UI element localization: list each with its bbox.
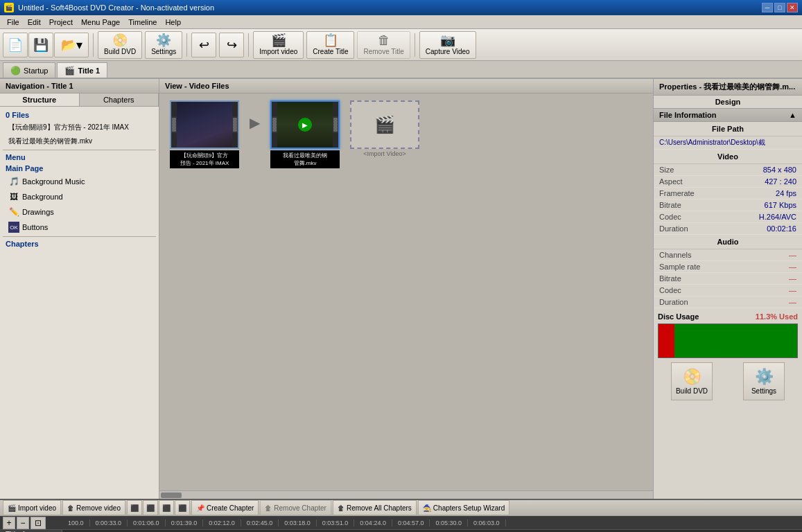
- nav-file-2[interactable]: 我看过最唯美的钢管舞.mkv: [3, 134, 156, 148]
- file-info-section: File Information ▲: [654, 109, 802, 122]
- nav-chapters-header[interactable]: Chapters: [3, 238, 156, 249]
- startup-tab-label: Startup: [24, 66, 48, 75]
- tl-chapter-btn-3[interactable]: ⬛: [159, 500, 174, 515]
- film-strip-right-2: [333, 116, 338, 133]
- ruler-item-0: 100.0: [62, 520, 90, 526]
- properties-content: File Information ▲ File Path C:\Users\Ad…: [654, 109, 802, 499]
- tl-create-chapter-icon: 📌: [196, 504, 204, 512]
- music-icon: 🎵: [8, 176, 19, 187]
- left-panel: Navigation - Title 1 Structure Chapters …: [0, 79, 159, 499]
- nav-tab-structure[interactable]: Structure: [0, 94, 80, 106]
- settings-button[interactable]: ⚙️ Settings: [145, 31, 182, 59]
- main-layout: Navigation - Title 1 Structure Chapters …: [0, 79, 802, 499]
- ruler-item-11: 0:06:03.0: [468, 520, 506, 526]
- nav-bg-music[interactable]: 🎵 Background Music: [3, 174, 156, 189]
- import-video-box[interactable]: 🎬: [350, 100, 419, 149]
- video-thumb-box-1[interactable]: [170, 100, 239, 149]
- tl-remove-all-icon: 🗑: [338, 504, 345, 512]
- import-video-button[interactable]: 🎬 Import video: [253, 31, 304, 59]
- props-tab-design[interactable]: Design: [654, 96, 802, 108]
- tl-chapter-btn-4[interactable]: ⬛: [175, 500, 190, 515]
- tl-chapter-btn-1[interactable]: ⬛: [127, 500, 142, 515]
- toolbar-separator-2: [186, 33, 187, 57]
- disc-bar-free: [674, 324, 797, 357]
- tl-remove-chapter-icon: 🗑: [265, 504, 272, 512]
- navigation-tabs: Structure Chapters: [0, 94, 159, 107]
- zoom-in-button[interactable]: +: [3, 517, 15, 529]
- build-dvd-button[interactable]: 📀 Build DVD: [98, 31, 142, 59]
- film-strip-left-1: [171, 116, 177, 133]
- ruler-item-9: 0:04:57.0: [392, 520, 430, 526]
- disc-build-dvd-button[interactable]: 📀 Build DVD: [671, 362, 713, 400]
- nav-background[interactable]: 🖼 Background: [3, 189, 156, 204]
- disc-bar: [658, 323, 798, 358]
- ruler-item-8: 0:04:24.0: [354, 520, 392, 526]
- zoom-out-button[interactable]: −: [17, 517, 29, 529]
- ruler-item-3: 0:01:39.0: [166, 520, 204, 526]
- nav-tab-chapters[interactable]: Chapters: [80, 94, 159, 106]
- menu-edit[interactable]: Edit: [24, 17, 45, 28]
- tl-chapters-wizard-button[interactable]: 🧙 Chapters Setup Wizard: [418, 500, 509, 515]
- menu-file[interactable]: File: [3, 17, 24, 28]
- tab-bar: 🟢 Startup 🎬 Title 1: [0, 61, 802, 79]
- tl-remove-video-button[interactable]: 🗑 Remove video: [62, 500, 125, 515]
- film-hole: [333, 129, 338, 132]
- video-label-2: 我看过最唯美的钢 管舞.mkv: [270, 150, 340, 168]
- timeline-ruler: 100.0 0:00:33.0 0:01:06.0 0:01:39.0 0:02…: [62, 516, 802, 530]
- import-video-area[interactable]: 🎬 <Import Video>: [350, 100, 419, 157]
- menu-timeline[interactable]: Timeline: [124, 17, 161, 28]
- nav-mainpage-header[interactable]: Main Page: [3, 163, 156, 174]
- undo-button[interactable]: ↩: [191, 33, 216, 57]
- redo-button[interactable]: ↪: [219, 33, 244, 57]
- tab-title1[interactable]: 🎬 Title 1: [57, 62, 107, 78]
- codec-row: Codec H.264/AVC: [654, 211, 802, 223]
- nav-files-header[interactable]: 0 Files: [3, 109, 156, 121]
- duration-row: Duration 00:02:16: [654, 223, 802, 235]
- timeline-toolbar: 🎬 Import video 🗑 Remove video ⬛ ⬛ ⬛ ⬛ 📌 …: [0, 500, 802, 516]
- scrollbar-thumb[interactable]: [161, 493, 182, 498]
- create-title-button[interactable]: 📋 Create Title: [306, 31, 354, 59]
- tl-remove-all-chapters-button[interactable]: 🗑 Remove All Chapters: [333, 500, 417, 515]
- video-thumb-box-2[interactable]: ▶: [270, 100, 340, 149]
- nav-file-1[interactable]: 【玩命關頭9】官方預告 - 2021年 IMAX: [3, 121, 156, 134]
- horizontal-scrollbar[interactable]: [159, 490, 653, 499]
- tl-create-chapter-button[interactable]: 📌 Create Chapter: [191, 500, 259, 515]
- timeline-body: + − ⊡ Title 1 100.0 0:00:33.0 0:01:06.0 …: [0, 516, 802, 532]
- title-bar: 🎬 Untitled - Soft4Boost DVD Creator - No…: [0, 0, 802, 15]
- capture-video-button[interactable]: 📷 Capture Video: [419, 31, 476, 59]
- disc-settings-button[interactable]: ⚙️ Settings: [743, 362, 785, 400]
- title1-tab-label: Title 1: [78, 66, 100, 75]
- tab-startup[interactable]: 🟢 Startup: [3, 62, 55, 78]
- video-thumb-2[interactable]: ▶ 我看过最唯美的钢 管舞.mkv: [267, 100, 343, 168]
- collapse-icon[interactable]: ▲: [789, 111, 796, 119]
- film-hole: [233, 129, 237, 132]
- samplerate-row: Sample rate —: [654, 261, 802, 273]
- ruler-item-4: 0:02:12.0: [203, 520, 241, 526]
- ruler-item-5: 0:02:45.0: [241, 520, 279, 526]
- video-label-1: 【玩命關頭9】官方 預告 - 2021年 IMAX: [170, 150, 239, 168]
- video-thumb-1[interactable]: 【玩命關頭9】官方 預告 - 2021年 IMAX: [166, 100, 243, 168]
- tl-chapter-btn-2[interactable]: ⬛: [143, 500, 158, 515]
- menu-bar: File Edit Project Menu Page Timeline Hel…: [0, 15, 802, 29]
- menu-menupage[interactable]: Menu Page: [77, 17, 124, 28]
- minimize-button[interactable]: ─: [762, 3, 773, 12]
- disc-actions: 📀 Build DVD ⚙️ Settings: [658, 362, 798, 400]
- save-button[interactable]: 💾: [28, 33, 53, 57]
- zoom-controls: + − ⊡: [0, 516, 62, 530]
- menu-help[interactable]: Help: [161, 17, 185, 28]
- menu-project[interactable]: Project: [45, 17, 77, 28]
- new-button[interactable]: 📄: [3, 33, 28, 57]
- close-button[interactable]: ✕: [787, 3, 798, 12]
- view-header: View - Video Files: [159, 79, 653, 94]
- tl-import-video-button[interactable]: 🎬 Import video: [3, 500, 61, 515]
- app-icon: 🎬: [4, 3, 14, 12]
- zoom-fit-button[interactable]: ⊡: [30, 517, 46, 529]
- channels-row: Channels —: [654, 249, 802, 261]
- tl-remove-chapter-button[interactable]: 🗑 Remove Chapter: [260, 500, 331, 515]
- nav-drawings[interactable]: ✏️ Drawings: [3, 204, 156, 220]
- nav-buttons[interactable]: OK Buttons: [3, 220, 156, 235]
- nav-menu-header[interactable]: Menu: [3, 152, 156, 163]
- remove-title-button[interactable]: 🗑 Remove Title: [357, 31, 410, 59]
- maximize-button[interactable]: □: [774, 3, 785, 12]
- open-button[interactable]: 📂▾: [54, 33, 89, 57]
